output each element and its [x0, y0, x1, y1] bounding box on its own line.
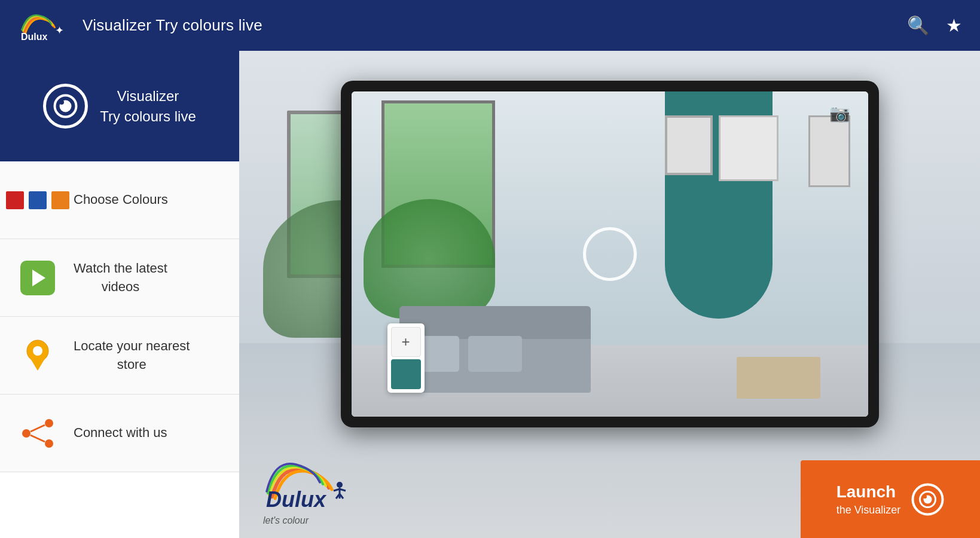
sidebar-item-locate-store[interactable]: Locate your neareststore — [0, 317, 239, 395]
color-picker-widget[interactable]: + — [387, 323, 425, 393]
header-left: Dulux ✦ Visualizer Try colours live — [18, 9, 262, 42]
sidebar: Visualizer Try colours live Choose Colou… — [0, 51, 239, 538]
dulux-logo-bottom: Dulux let's colour — [263, 452, 371, 526]
header-icons: 🔍 ★ — [907, 15, 962, 36]
dulux-logo-header: Dulux ✦ — [18, 9, 72, 42]
svg-point-11 — [45, 439, 53, 448]
tablet-screen: 📷 + — [352, 91, 868, 417]
connect-label: Connect with us — [74, 424, 167, 442]
main-layout: Visualizer Try colours live Choose Colou… — [0, 51, 980, 538]
launch-eye-icon — [911, 483, 944, 516]
eye-icon — [43, 84, 88, 129]
svg-point-10 — [45, 419, 53, 427]
header-title: Visualizer Try colours live — [83, 16, 262, 35]
ar-target-circle — [583, 227, 637, 281]
swatch-red — [6, 191, 24, 209]
svg-line-12 — [30, 425, 45, 432]
svg-text:Dulux: Dulux — [266, 487, 327, 512]
locate-store-label: Locate your neareststore — [74, 337, 190, 374]
svg-text:Dulux: Dulux — [21, 32, 48, 42]
sidebar-item-watch-videos[interactable]: Watch the latestvideos — [0, 239, 239, 317]
play-button-icon — [18, 261, 57, 295]
swatch-orange — [51, 191, 69, 209]
header: Dulux ✦ Visualizer Try colours live 🔍 ★ — [0, 0, 980, 51]
share-icon — [18, 416, 57, 451]
sidebar-item-connect[interactable]: Connect with us — [0, 395, 239, 472]
svg-line-13 — [30, 435, 45, 442]
svg-point-7 — [33, 346, 42, 356]
svg-point-19 — [923, 495, 927, 499]
svg-text:✦: ✦ — [55, 25, 64, 36]
launch-visualizer-button[interactable]: Launch the Visualizer — [801, 460, 980, 538]
add-color-button[interactable]: + — [391, 327, 421, 357]
svg-marker-8 — [29, 356, 47, 371]
search-icon[interactable]: 🔍 — [907, 15, 929, 36]
room-interior: 📷 + — [352, 91, 868, 417]
launch-button-text: Launch the Visualizer — [836, 481, 901, 517]
location-pin-icon — [18, 338, 57, 374]
watch-videos-label: Watch the latestvideos — [74, 259, 167, 296]
selected-color-swatch[interactable] — [391, 359, 421, 389]
main-content: 📷 + Dulux — [239, 51, 980, 538]
camera-icon: 📷 — [829, 103, 850, 123]
svg-point-9 — [22, 429, 30, 438]
bookmark-icon[interactable]: ★ — [946, 15, 962, 36]
sidebar-visualizer-title: Visualizer Try colours live — [100, 86, 196, 126]
tablet-device: 📷 + — [341, 81, 879, 427]
svg-point-5 — [59, 100, 64, 105]
dulux-tagline: let's colour — [263, 515, 371, 526]
colour-swatches-icon — [18, 191, 57, 209]
swatch-blue — [29, 191, 47, 209]
sidebar-item-choose-colours[interactable]: Choose Colours — [0, 161, 239, 239]
sidebar-visualizer-banner: Visualizer Try colours live — [0, 51, 239, 161]
choose-colours-label: Choose Colours — [74, 191, 168, 209]
svg-point-15 — [337, 482, 343, 488]
